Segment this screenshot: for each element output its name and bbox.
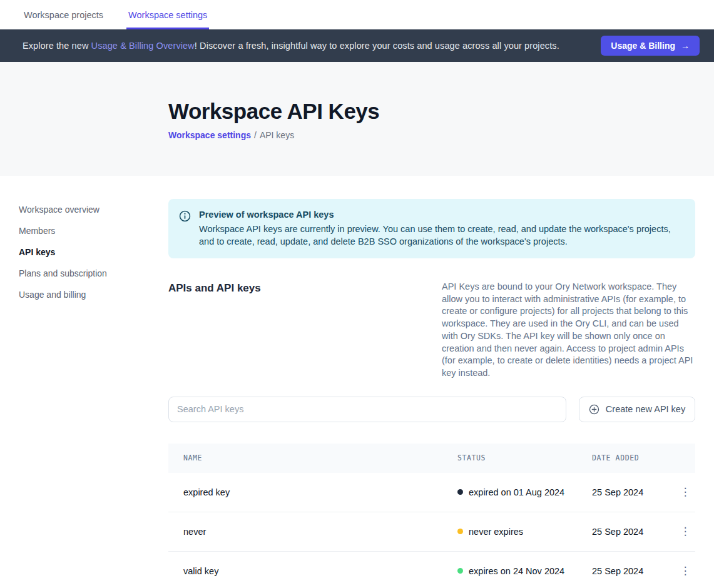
section-description: API Keys are bound to your Ory Network w…	[442, 281, 695, 380]
api-keys-table: NAME STATUS DATE ADDED expired key expir…	[168, 444, 695, 588]
settings-sidebar: Workspace overview Members API keys Plan…	[0, 176, 168, 588]
breadcrumb-separator: /	[254, 130, 257, 140]
api-key-name: valid key	[168, 566, 457, 576]
table-header-row: NAME STATUS DATE ADDED	[168, 444, 695, 473]
breadcrumb-workspace-settings-link[interactable]: Workspace settings	[168, 130, 251, 140]
preview-callout: Preview of workspace API keys Workspace …	[168, 199, 695, 258]
api-key-name: never	[168, 527, 457, 537]
status-text: never expires	[469, 527, 523, 537]
usage-billing-button-label: Usage & Billing	[611, 41, 675, 51]
status-dot	[457, 529, 463, 534]
page-title: Workspace API Keys	[168, 99, 714, 124]
usage-billing-overview-link[interactable]: Usage & Billing Overview	[91, 41, 195, 51]
info-circle-icon	[179, 210, 191, 248]
sidebar-item-api-keys[interactable]: API keys	[19, 243, 143, 261]
api-key-date-added: 25 Sep 2024	[592, 566, 675, 576]
table-row: expired key expired on 01 Aug 2024 25 Se…	[168, 473, 695, 512]
row-menu-kebab-icon[interactable]: ⋮	[676, 484, 695, 500]
preview-callout-text: Preview of workspace API keys Workspace …	[199, 210, 681, 248]
column-header-status: STATUS	[457, 454, 592, 462]
api-key-name: expired key	[168, 487, 457, 497]
plus-circle-icon	[589, 404, 599, 415]
status-text: expired on 01 Aug 2024	[469, 487, 564, 497]
banner-message: Explore the new Usage & Billing Overview…	[23, 41, 559, 51]
tab-workspace-projects[interactable]: Workspace projects	[22, 0, 105, 29]
banner-text-before: Explore the new	[23, 41, 91, 51]
search-input[interactable]	[168, 397, 566, 422]
breadcrumb-current: API keys	[260, 130, 294, 140]
sidebar-item-usage-and-billing[interactable]: Usage and billing	[19, 285, 143, 304]
api-key-date-added: 25 Sep 2024	[592, 487, 675, 497]
usage-billing-banner: Explore the new Usage & Billing Overview…	[0, 29, 714, 62]
api-key-date-added: 25 Sep 2024	[592, 527, 675, 537]
api-key-status: expires on 24 Nov 2024	[457, 566, 592, 576]
table-row: never never expires 25 Sep 2024 ⋮	[168, 512, 695, 552]
sidebar-item-members[interactable]: Members	[19, 221, 143, 240]
preview-callout-title: Preview of workspace API keys	[199, 210, 681, 220]
column-header-name: NAME	[168, 454, 457, 462]
api-keys-toolbar: Create new API key	[168, 397, 695, 422]
tab-workspace-settings[interactable]: Workspace settings	[126, 0, 209, 29]
status-text: expires on 24 Nov 2024	[469, 566, 564, 576]
content: Workspace overview Members API keys Plan…	[0, 176, 714, 588]
usage-billing-button[interactable]: Usage & Billing →	[601, 36, 700, 56]
breadcrumb: Workspace settings/API keys	[168, 130, 714, 140]
row-menu-kebab-icon[interactable]: ⋮	[676, 563, 695, 579]
sidebar-item-workspace-overview[interactable]: Workspace overview	[19, 200, 143, 219]
status-dot	[457, 489, 463, 495]
main-panel: Preview of workspace API keys Workspace …	[168, 176, 695, 588]
arrow-right-icon: →	[681, 41, 690, 51]
column-header-date-added: DATE ADDED	[592, 454, 675, 462]
api-keys-section: APIs and API keys API Keys are bound to …	[168, 281, 695, 380]
status-dot	[457, 568, 463, 574]
workspace-tabbar: Workspace projects Workspace settings	[0, 0, 714, 29]
row-menu-kebab-icon[interactable]: ⋮	[676, 524, 695, 539]
create-api-key-button[interactable]: Create new API key	[579, 397, 695, 422]
api-key-status: never expires	[457, 527, 592, 537]
banner-text-after: ! Discover a fresh, insightful way to ex…	[195, 41, 559, 51]
create-api-key-button-label: Create new API key	[606, 404, 685, 414]
page-header: Workspace API Keys Workspace settings/AP…	[0, 62, 714, 176]
api-key-status: expired on 01 Aug 2024	[457, 487, 592, 497]
section-heading: APIs and API keys	[168, 281, 442, 380]
sidebar-item-plans-and-subscription[interactable]: Plans and subscription	[19, 264, 143, 283]
preview-callout-body: Workspace API keys are currently in prev…	[199, 223, 681, 248]
table-row: valid key expires on 24 Nov 2024 25 Sep …	[168, 552, 695, 588]
